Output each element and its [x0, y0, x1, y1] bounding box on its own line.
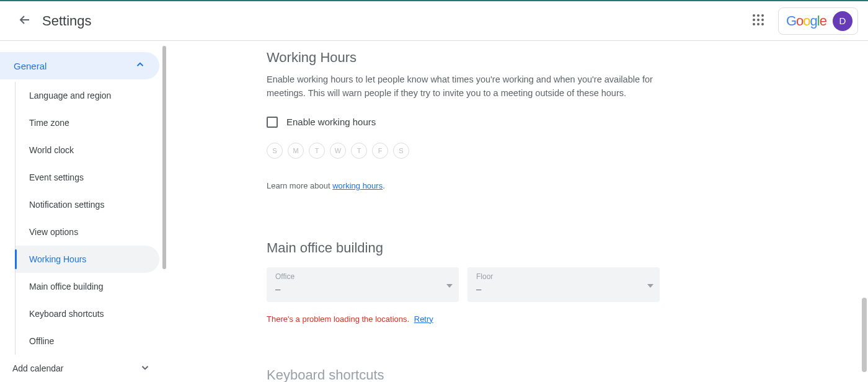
day-saturday[interactable]: S [393, 143, 409, 159]
sidebar-item-event-settings[interactable]: Event settings [16, 164, 159, 191]
google-logo: Google [786, 14, 826, 29]
arrow-left-icon [17, 12, 32, 30]
office-error-text: There's a problem loading the locations. [267, 314, 409, 324]
sidebar-section-label: General [14, 61, 46, 71]
svg-point-1 [757, 14, 760, 17]
sidebar-item-keyboard-shortcuts[interactable]: Keyboard shortcuts [16, 300, 159, 327]
enable-working-hours-checkbox[interactable] [267, 117, 278, 128]
apps-grid-icon [752, 14, 764, 29]
day-monday[interactable]: M [288, 143, 304, 159]
avatar[interactable]: D [833, 11, 852, 31]
sidebar-item-offline[interactable]: Offline [16, 327, 159, 355]
day-wednesday[interactable]: W [330, 143, 346, 159]
google-apps-button[interactable] [746, 9, 771, 33]
main-office-title: Main office building [267, 240, 701, 256]
caret-down-icon [647, 279, 653, 290]
day-friday[interactable]: F [372, 143, 388, 159]
add-calendar-label: Add calendar [12, 363, 64, 373]
floor-select-label: Floor [476, 272, 651, 281]
page-title: Settings [42, 13, 92, 29]
sidebar-section-add-calendar[interactable]: Add calendar [0, 355, 164, 382]
sidebar-item-main-office[interactable]: Main office building [16, 273, 159, 300]
day-sunday[interactable]: S [267, 143, 283, 159]
office-error-row: There's a problem loading the locations.… [267, 314, 701, 324]
google-account-box[interactable]: Google D [778, 7, 858, 35]
sidebar-nav: Language and region Time zone World cloc… [15, 82, 164, 355]
office-select-label: Office [275, 272, 450, 281]
svg-point-3 [753, 19, 755, 21]
office-select-value: – [275, 283, 450, 294]
floor-select[interactable]: Floor – [467, 267, 660, 302]
enable-working-hours-label: Enable working hours [286, 117, 376, 127]
avatar-initial: D [839, 16, 846, 26]
svg-point-5 [761, 19, 764, 21]
svg-point-0 [753, 14, 755, 17]
chevron-down-icon [140, 362, 151, 375]
day-thursday[interactable]: T [351, 143, 367, 159]
sidebar-item-timezone[interactable]: Time zone [16, 109, 159, 136]
working-hours-description: Enable working hours to let people know … [267, 73, 676, 100]
main-content: Working Hours Enable working hours to le… [164, 41, 868, 382]
keyboard-shortcuts-title: Keyboard shortcuts [267, 367, 701, 383]
sidebar-section-general[interactable]: General [0, 52, 159, 79]
svg-point-4 [757, 19, 760, 21]
app-header: Settings Google D [0, 1, 868, 41]
svg-point-7 [757, 23, 760, 25]
sidebar-item-world-clock[interactable]: World clock [16, 136, 159, 164]
sidebar-item-notification-settings[interactable]: Notification settings [16, 191, 159, 218]
floor-select-value: – [476, 283, 651, 294]
caret-down-icon [446, 279, 453, 290]
sidebar-item-view-options[interactable]: View options [16, 218, 159, 246]
svg-point-8 [761, 23, 764, 25]
content-scrollbar[interactable] [862, 298, 867, 372]
day-tuesday[interactable]: T [309, 143, 325, 159]
enable-working-hours-row: Enable working hours [267, 117, 701, 128]
back-button[interactable] [12, 9, 37, 33]
svg-point-6 [753, 23, 755, 25]
settings-sidebar: General Language and region Time zone Wo… [0, 41, 164, 382]
working-hours-learn-more: Learn more about working hours. [267, 181, 701, 190]
sidebar-item-language[interactable]: Language and region [16, 82, 159, 109]
chevron-up-icon [135, 59, 146, 73]
working-days-row: S M T W T F S [267, 143, 701, 159]
svg-point-2 [761, 14, 764, 17]
working-hours-title: Working Hours [267, 50, 701, 66]
retry-link[interactable]: Retry [414, 314, 433, 324]
working-hours-link[interactable]: working hours [332, 181, 383, 190]
office-select[interactable]: Office – [267, 267, 459, 302]
sidebar-item-working-hours[interactable]: Working Hours [16, 246, 159, 273]
